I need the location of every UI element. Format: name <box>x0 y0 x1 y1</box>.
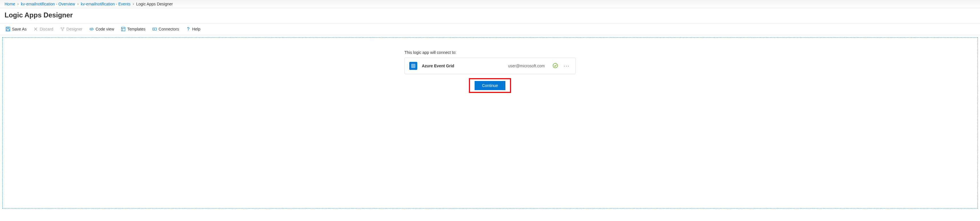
discard-label: Discard <box>40 27 53 31</box>
breadcrumb-current: Logic Apps Designer <box>136 2 173 6</box>
svg-rect-2 <box>7 29 10 31</box>
code-icon <box>89 27 94 31</box>
connectors-label: Connectors <box>159 27 179 31</box>
svg-rect-16 <box>412 64 415 68</box>
templates-icon <box>121 27 126 31</box>
svg-point-7 <box>62 30 63 31</box>
help-icon <box>186 27 191 31</box>
svg-point-6 <box>63 27 64 29</box>
svg-line-10 <box>91 28 92 30</box>
more-options-button[interactable]: ··· <box>562 63 571 69</box>
help-button[interactable]: Help <box>185 25 202 32</box>
designer-canvas: This logic app will connect to: Azure Ev… <box>2 37 978 208</box>
connect-label: This logic app will connect to: <box>404 50 576 55</box>
chevron-right-icon: › <box>133 2 134 6</box>
svg-point-21 <box>553 63 558 68</box>
connection-user: user@microsoft.com <box>508 64 545 68</box>
designer-icon <box>60 27 65 31</box>
connection-card: Azure Event Grid user@microsoft.com ··· <box>404 57 576 74</box>
connectors-icon <box>152 27 157 31</box>
event-grid-icon <box>409 62 417 70</box>
breadcrumb: Home › kv-emailnotification - Overview ›… <box>0 0 980 8</box>
continue-button[interactable]: Continue <box>475 81 505 90</box>
templates-button[interactable]: Templates <box>120 25 146 32</box>
discard-button[interactable]: Discard <box>32 25 54 32</box>
code-view-label: Code view <box>95 27 114 31</box>
close-icon <box>33 27 38 31</box>
code-view-button[interactable]: Code view <box>88 25 115 32</box>
page-title: Logic Apps Designer <box>0 8 980 23</box>
svg-line-9 <box>63 29 63 30</box>
help-label: Help <box>192 27 200 31</box>
connection-name: Azure Event Grid <box>422 64 454 68</box>
svg-rect-11 <box>121 27 125 31</box>
toolbar: Save As Discard Designer Code view Templ… <box>0 23 980 35</box>
save-icon <box>6 27 10 31</box>
svg-point-5 <box>61 27 62 29</box>
templates-label: Templates <box>127 27 145 31</box>
breadcrumb-home[interactable]: Home <box>5 2 15 6</box>
designer-button[interactable]: Designer <box>59 25 84 32</box>
highlighted-region: Continue <box>469 78 511 93</box>
connectors-button[interactable]: Connectors <box>151 25 180 32</box>
check-icon <box>553 63 558 69</box>
save-as-button[interactable]: Save As <box>5 25 28 32</box>
designer-label: Designer <box>67 27 83 31</box>
breadcrumb-overview[interactable]: kv-emailnotification - Overview <box>21 2 75 6</box>
chevron-right-icon: › <box>18 2 19 6</box>
breadcrumb-events[interactable]: kv-emailnotification - Events <box>81 2 130 6</box>
svg-point-15 <box>188 30 189 31</box>
chevron-right-icon: › <box>77 2 78 6</box>
svg-rect-1 <box>7 27 9 29</box>
save-as-label: Save As <box>12 27 27 31</box>
svg-line-8 <box>62 29 62 30</box>
